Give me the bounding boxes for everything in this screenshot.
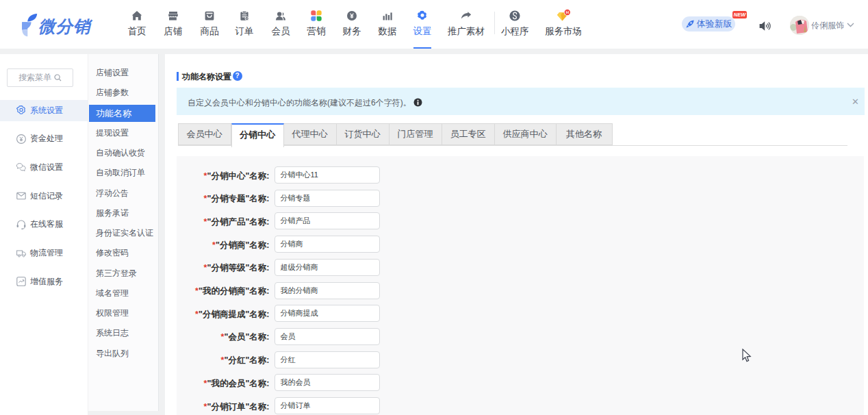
svg-text:H: H [565, 10, 568, 14]
